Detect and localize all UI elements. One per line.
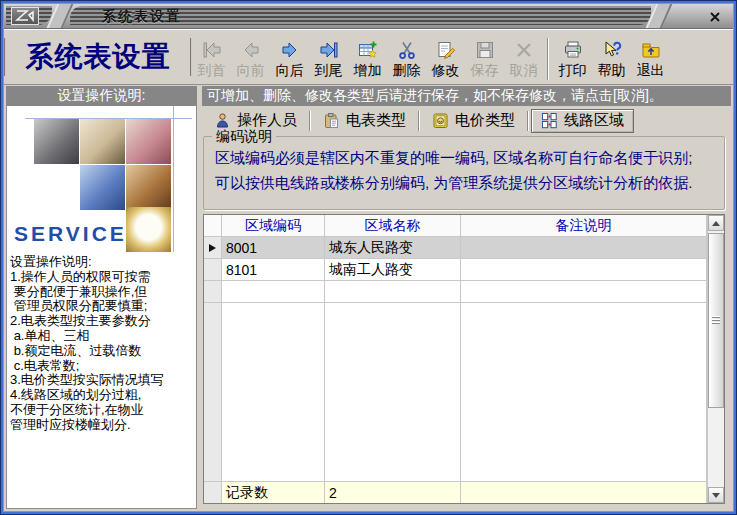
tab-bar: 操作人员 电表类型 电价类型 线路区域 bbox=[202, 106, 731, 135]
toolbar-separator bbox=[547, 38, 549, 80]
last-record-icon bbox=[318, 38, 340, 62]
tab-separator bbox=[527, 111, 529, 131]
table-header-indicator bbox=[204, 215, 222, 237]
content: 设置操作说明: SERVICE 设置操作说明: 1.操作人员的权限可按需 要分配… bbox=[4, 85, 733, 511]
hint-message-bar: 可增加、删除、修改各类型后请进行保存，如不保存修改，请点击[取消]。 bbox=[202, 86, 731, 106]
scrollbar-thumb[interactable] bbox=[708, 233, 724, 408]
exit-folder-icon bbox=[640, 38, 662, 62]
save-record-button[interactable]: 保存 bbox=[465, 38, 504, 78]
sidebar: 设置操作说明: SERVICE 设置操作说明: 1.操作人员的权限可按需 要分配… bbox=[6, 86, 197, 509]
tab-meter-types[interactable]: 电表类型 bbox=[313, 109, 416, 133]
tab-separator bbox=[309, 111, 311, 131]
remark-cell bbox=[461, 237, 707, 259]
main-panel: 可增加、删除、修改各类型后请进行保存，如不保存修改，请点击[取消]。 操作人员 … bbox=[202, 86, 731, 509]
collage-hairline-v bbox=[173, 106, 174, 252]
table-row[interactable]: 8001 城东人民路变 bbox=[204, 237, 707, 259]
collage-tile-stationery bbox=[126, 119, 171, 164]
window-title: 系统表设置 bbox=[102, 8, 182, 26]
delete-record-button[interactable]: 删除 bbox=[387, 38, 426, 78]
add-record-button[interactable]: 增加 bbox=[348, 38, 387, 78]
scroll-down-icon bbox=[712, 493, 720, 498]
table-header-region-code: 区域编码 bbox=[222, 215, 325, 237]
collage-tile-watch bbox=[126, 207, 171, 252]
next-record-icon bbox=[279, 38, 301, 62]
line-region-pages-icon bbox=[541, 112, 558, 129]
titlebar: 系统表设置 bbox=[4, 4, 733, 29]
table-header-remark: 备注说明 bbox=[461, 215, 707, 237]
last-record-button[interactable]: 到尾 bbox=[309, 38, 348, 78]
remark-cell bbox=[461, 259, 707, 281]
groupbox-legend: 编码说明 bbox=[212, 128, 276, 146]
print-button[interactable]: 打印 bbox=[553, 38, 592, 78]
collage-tile-pen bbox=[80, 119, 125, 164]
tab-separator bbox=[418, 111, 420, 131]
first-record-icon bbox=[201, 38, 223, 62]
help-button[interactable]: 帮助 bbox=[592, 38, 631, 78]
sidebar-instructions: 设置操作说明: 1.操作人员的权限可按需 要分配便于兼职操作,但 管理员权限分配… bbox=[7, 252, 196, 508]
exit-button[interactable]: 退出 bbox=[631, 38, 670, 78]
sidebar-body: SERVICE 设置操作说明: 1.操作人员的权限可按需 要分配便于兼职操作,但… bbox=[6, 106, 197, 509]
vertical-scrollbar[interactable] bbox=[707, 215, 724, 503]
close-button[interactable] bbox=[706, 8, 724, 25]
table-row[interactable]: 8101 城南工人路变 bbox=[204, 259, 707, 281]
record-count-row: 记录数 2 bbox=[204, 481, 707, 503]
region-name-cell: 城南工人路变 bbox=[325, 259, 461, 281]
edit-document-icon bbox=[435, 38, 457, 62]
save-floppy-icon bbox=[474, 38, 496, 62]
cancel-x-icon bbox=[513, 38, 535, 62]
toolbar-buttons: 到首 向前 向后 到尾 增加 bbox=[192, 34, 670, 80]
scroll-up-icon bbox=[712, 221, 720, 226]
table-empty-row bbox=[204, 281, 707, 303]
prev-record-button[interactable]: 向前 bbox=[231, 38, 270, 78]
prev-record-icon bbox=[240, 38, 262, 62]
row-indicator-cell bbox=[204, 237, 222, 259]
record-count-value: 2 bbox=[325, 482, 461, 503]
scroll-up-button[interactable] bbox=[708, 215, 724, 231]
next-record-button[interactable]: 向后 bbox=[270, 38, 309, 78]
add-record-icon bbox=[357, 38, 379, 62]
region-code-cell: 8101 bbox=[222, 259, 325, 281]
row-indicator-cell bbox=[204, 259, 222, 281]
tab-price-types[interactable]: 电价类型 bbox=[422, 109, 525, 133]
app-window: 系统表设置 系统表设置 到首 向前 向后 bbox=[0, 0, 737, 515]
scroll-down-button[interactable] bbox=[708, 487, 724, 503]
page-title: 系统表设置 bbox=[4, 38, 192, 76]
toolbar: 系统表设置 到首 向前 向后 到尾 bbox=[4, 29, 733, 85]
region-code-cell: 8001 bbox=[222, 237, 325, 259]
table-empty-area bbox=[204, 303, 707, 481]
sidebar-header: 设置操作说明: bbox=[6, 86, 197, 106]
cancel-button[interactable]: 取消 bbox=[504, 38, 543, 78]
region-table: 区域编码 区域名称 备注说明 8001 城东人民路变 8101 城南工人路变 bbox=[203, 214, 725, 504]
collage-tile-keyboard bbox=[80, 165, 125, 210]
table-header-row: 区域编码 区域名称 备注说明 bbox=[204, 215, 707, 237]
printer-icon bbox=[562, 38, 584, 62]
table-header-region-name: 区域名称 bbox=[325, 215, 461, 237]
edit-record-button[interactable]: 修改 bbox=[426, 38, 465, 78]
close-icon bbox=[709, 11, 721, 23]
service-label: SERVICE bbox=[14, 222, 127, 246]
delete-scissors-icon bbox=[396, 38, 418, 62]
current-row-marker-icon bbox=[209, 244, 216, 252]
tab-line-regions[interactable]: 线路区域 bbox=[531, 109, 634, 133]
first-record-button[interactable]: 到首 bbox=[192, 38, 231, 78]
region-name-cell: 城东人民路变 bbox=[325, 237, 461, 259]
service-collage: SERVICE bbox=[7, 106, 196, 252]
coding-notes-text: 区域编码必须是辖区内不重复的唯一编码, 区域名称可自行命名便于识别; 可以按供电… bbox=[204, 145, 724, 195]
collage-tile-desk bbox=[126, 165, 171, 210]
meter-clipboard-icon bbox=[323, 112, 340, 129]
coding-notes-groupbox: 编码说明 区域编码必须是辖区内不重复的唯一编码, 区域名称可自行命名便于识别; … bbox=[203, 136, 725, 210]
app-logo-icon bbox=[11, 7, 39, 25]
record-count-label: 记录数 bbox=[222, 482, 325, 503]
collage-tile-tools bbox=[34, 119, 79, 164]
operator-person-icon bbox=[214, 112, 231, 129]
price-book-icon bbox=[432, 112, 449, 129]
region-grid: 区域编码 区域名称 备注说明 8001 城东人民路变 8101 城南工人路变 bbox=[204, 215, 707, 503]
help-cursor-icon bbox=[601, 38, 623, 62]
